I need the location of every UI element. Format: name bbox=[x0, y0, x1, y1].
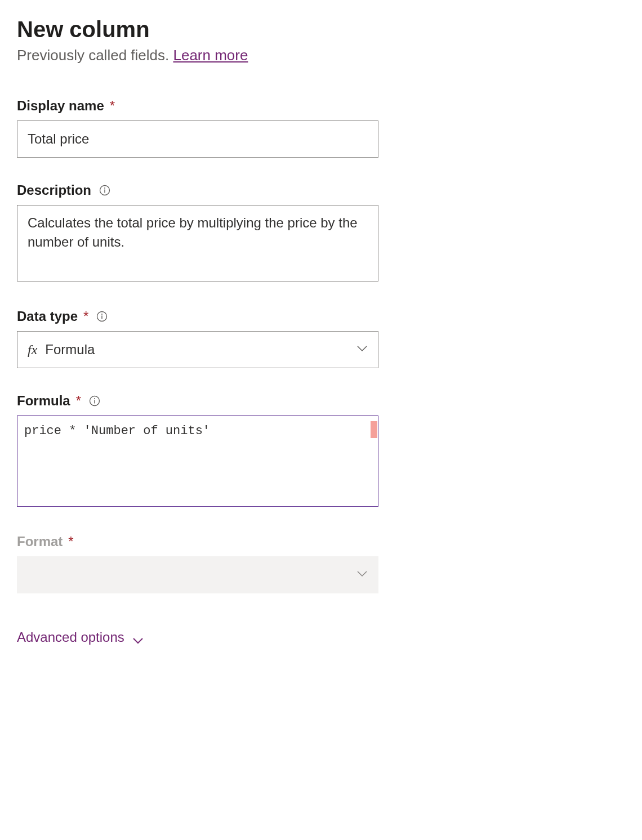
advanced-options-label: Advanced options bbox=[17, 629, 124, 645]
advanced-options-toggle[interactable]: Advanced options bbox=[17, 629, 144, 645]
formula-wrapper: price * 'Number of units' bbox=[17, 415, 378, 509]
svg-rect-2 bbox=[104, 190, 105, 193]
description-group: Description Calculates the total price b… bbox=[17, 182, 625, 284]
learn-more-link[interactable]: Learn more bbox=[173, 47, 248, 64]
info-icon[interactable] bbox=[99, 185, 110, 196]
data-type-group: Data type * fx Formula bbox=[17, 309, 625, 368]
display-name-label: Display name bbox=[17, 98, 104, 114]
data-type-value: Formula bbox=[45, 342, 356, 358]
page-subtitle: Previously called fields. Learn more bbox=[17, 47, 625, 64]
format-label-row: Format * bbox=[17, 534, 625, 549]
fx-icon: fx bbox=[28, 342, 37, 358]
format-select bbox=[17, 556, 378, 593]
description-input[interactable]: Calculates the total price by multiplyin… bbox=[17, 205, 378, 282]
info-icon[interactable] bbox=[96, 311, 108, 322]
info-icon[interactable] bbox=[89, 395, 100, 406]
data-type-select[interactable]: fx Formula bbox=[17, 331, 378, 368]
new-column-form: New column Previously called fields. Lea… bbox=[17, 17, 625, 645]
required-asterisk: * bbox=[76, 393, 81, 409]
svg-rect-5 bbox=[102, 316, 102, 319]
formula-error-marker bbox=[371, 421, 377, 438]
svg-rect-8 bbox=[94, 400, 95, 404]
required-asterisk: * bbox=[68, 534, 73, 549]
svg-point-1 bbox=[104, 187, 105, 189]
required-asterisk: * bbox=[110, 98, 115, 114]
chevron-down-icon bbox=[356, 344, 368, 355]
page-title: New column bbox=[17, 17, 625, 42]
description-label-row: Description bbox=[17, 182, 625, 198]
chevron-down-icon bbox=[356, 569, 368, 580]
subtitle-prefix: Previously called fields. bbox=[17, 47, 173, 64]
svg-point-4 bbox=[101, 314, 102, 315]
description-label: Description bbox=[17, 182, 91, 198]
data-type-label: Data type bbox=[17, 309, 78, 324]
data-type-label-row: Data type * bbox=[17, 309, 625, 324]
formula-label-row: Formula * bbox=[17, 393, 625, 409]
formula-input[interactable]: price * 'Number of units' bbox=[17, 415, 378, 507]
chevron-down-icon bbox=[132, 632, 144, 643]
format-label: Format bbox=[17, 534, 63, 549]
svg-point-7 bbox=[94, 398, 95, 399]
formula-group: Formula * price * 'Number of units' bbox=[17, 393, 625, 509]
format-group: Format * bbox=[17, 534, 625, 593]
required-asterisk: * bbox=[83, 309, 88, 324]
display-name-group: Display name * bbox=[17, 98, 625, 158]
display-name-input[interactable] bbox=[17, 120, 378, 158]
formula-label: Formula bbox=[17, 393, 70, 409]
display-name-label-row: Display name * bbox=[17, 98, 625, 114]
